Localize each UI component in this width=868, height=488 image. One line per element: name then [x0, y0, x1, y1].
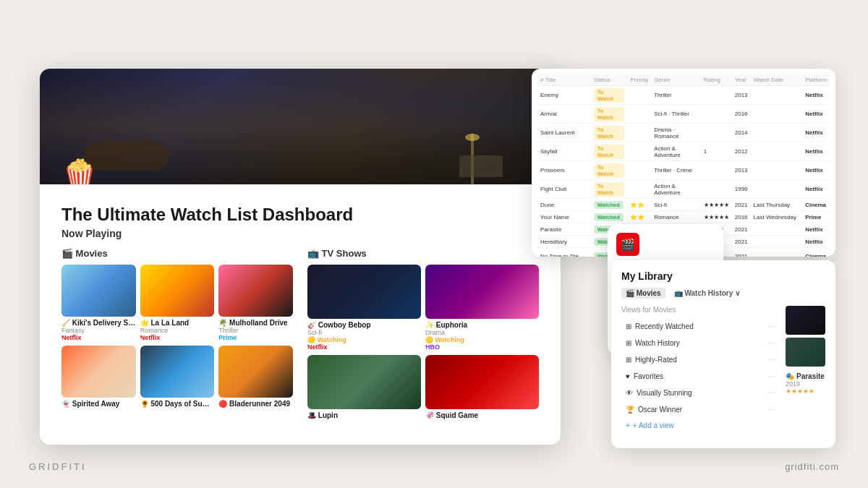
now-playing-label: Now Playing [61, 228, 539, 239]
movie-title: 🌴 Mulholland Drive [218, 319, 293, 327]
table-row[interactable]: Dune Watched ⭐⭐ Sci-fi ★★★★★ 2021 Last T… [537, 199, 830, 211]
movie-item-bladerunner[interactable]: 🔴 Bladerunner 2049 [218, 346, 293, 408]
parasite-title: Parasite [796, 372, 825, 380]
more-options-icon[interactable]: ··· [768, 371, 775, 381]
view-row-favorites[interactable]: ♥ Favorites ··· [621, 368, 780, 384]
movie-title: 🔴 Bladerunner 2049 [218, 400, 293, 408]
movie-title: 🌻 500 Days of Summer [140, 400, 215, 408]
view-row-highly-rated[interactable]: ⊞ Highly-Rated ··· [621, 351, 780, 367]
popcorn-icon: 🍿 [61, 158, 98, 184]
col-status: Status [591, 74, 627, 86]
col-platform: Platform [802, 74, 830, 86]
tv-item-lupin[interactable]: 🎩 Lupin [307, 355, 421, 419]
library-title: My Library [621, 270, 825, 282]
movie-title: 🌟 La La Land [140, 319, 215, 327]
library-tabs: 🎬 Movies 📺 Watch History ∨ [621, 288, 825, 299]
tv-item-squid[interactable]: 🦑 Squid Game [425, 355, 539, 419]
col-year: Year [732, 74, 751, 86]
more-options-icon[interactable]: ··· [768, 321, 775, 331]
more-options-icon[interactable]: ··· [768, 338, 775, 348]
view-label: Watch History [635, 339, 680, 347]
branding-left: GRIDFITI [29, 461, 87, 472]
views-label: Views for Movies [621, 306, 780, 314]
col-watchdate: Watch Date [751, 74, 803, 86]
view-row-recently-watched[interactable]: ⊞ Recently Watched ··· [621, 318, 780, 334]
main-dashboard-card: 🍿 The Ultimate Watch List Dashboard Now … [40, 69, 561, 445]
movie-item-kiki[interactable]: 🧹 Kiki's Delivery Service Fantasy Netfli… [61, 265, 136, 341]
movie-item-mulholland[interactable]: 🌴 Mulholland Drive Thriller Prime [218, 265, 293, 341]
table-row[interactable]: Fight Club To Watch Action & Adventure 1… [537, 180, 830, 199]
col-title: # Title [537, 74, 591, 86]
library-thumb-1[interactable] [786, 306, 825, 335]
hero-banner: 🍿 [40, 69, 561, 184]
library-card: My Library 🎬 Movies 📺 Watch History ∨ Vi… [611, 260, 835, 448]
view-label: Recently Watched [635, 322, 694, 330]
library-thumb-2[interactable] [786, 338, 825, 367]
col-priority: Priority [627, 74, 651, 86]
table-row[interactable]: Arrival To Watch Sci-fi · Thriller 2016 … [537, 105, 830, 124]
branding-right: gridfiti.com [785, 461, 839, 472]
view-label: Visually Stunning [637, 389, 692, 397]
movie-title: 🧹 Kiki's Delivery Service [61, 319, 136, 327]
parasite-year: 2019 [786, 380, 825, 388]
view-label: Highly-Rated [635, 356, 677, 364]
tab-watch-history[interactable]: 📺 Watch History ∨ [670, 288, 744, 299]
movie-item-lalaland[interactable]: 🌟 La La Land Romance Netflix [140, 265, 215, 341]
add-view-label: + Add a view [633, 421, 674, 429]
view-row-visually-stunning[interactable]: 👁 Visually Stunning ··· [621, 385, 780, 401]
parasite-emoji: 🎭 [786, 372, 794, 380]
table-row[interactable]: Saint Laurent To Watch Drama · Romance 2… [537, 124, 830, 142]
add-view-button[interactable]: + + Add a view [621, 419, 780, 432]
tab-movies[interactable]: 🎬 Movies [621, 288, 665, 299]
table-row[interactable]: Skyfall To Watch Action & Adventure 1 20… [537, 142, 830, 161]
col-rating: Rating [701, 74, 732, 86]
movies-header: 🎬 Movies [61, 248, 293, 259]
app-logo: 🎬 [616, 233, 639, 256]
more-options-icon[interactable]: ··· [768, 354, 775, 364]
heart-icon: ♥ [626, 372, 630, 380]
page-title: The Ultimate Watch List Dashboard [61, 205, 539, 225]
tv-header: 📺 TV Shows [307, 248, 539, 259]
parasite-stars: ★★★★★ [786, 388, 825, 395]
tv-item-cowboy[interactable]: 🎸 Cowboy Bebop Sci-fi 🟡 Watching Netflix [307, 265, 421, 351]
table-row[interactable]: Prisoners To Watch Thriller · Crime 2013… [537, 161, 830, 180]
movie-item-500days[interactable]: 🌻 500 Days of Summer [140, 346, 215, 408]
library-featured-movies: 🎭 Parasite 2019 ★★★★★ [786, 306, 825, 432]
movie-item-spirited[interactable]: 👻 Spirited Away [61, 346, 136, 408]
more-options-icon[interactable]: ··· [768, 404, 775, 414]
grid-icon: ⊞ [626, 339, 631, 347]
tv-item-euphoria[interactable]: ✨ Euphoria Drama 🟡 Watching HBO [425, 265, 539, 351]
view-label: Favorites [634, 372, 663, 380]
movies-section: 🎬 Movies 🧹 Kiki's Delivery Service Fanta… [61, 248, 293, 419]
col-genre: Genre [651, 74, 701, 86]
view-label: Oscar Winner [638, 406, 682, 414]
tv-grid: 🎸 Cowboy Bebop Sci-fi 🟡 Watching Netflix… [307, 265, 539, 419]
grid-icon: ⊞ [626, 356, 631, 364]
view-row-watch-history[interactable]: ⊞ Watch History ··· [621, 335, 780, 351]
view-row-oscar-winner[interactable]: 🏆 Oscar Winner ··· [621, 401, 780, 417]
eye-icon: 👁 [626, 389, 633, 397]
table-row[interactable]: Enemy To Watch Thriller 2013 Netflix [537, 86, 830, 105]
plus-icon: + [626, 421, 630, 429]
table-row[interactable]: Your Name Watched ⭐⭐ Romance ★★★★★ 2016 … [537, 211, 830, 223]
trophy-icon: 🏆 [626, 406, 634, 414]
more-options-icon[interactable]: ··· [768, 388, 775, 398]
movie-title: 👻 Spirited Away [61, 400, 136, 408]
movies-grid: 🧹 Kiki's Delivery Service Fantasy Netfli… [61, 265, 293, 408]
grid-icon: ⊞ [626, 322, 631, 330]
tv-section: 📺 TV Shows 🎸 Cowboy Bebop Sci-fi 🟡 Watch… [307, 248, 539, 419]
